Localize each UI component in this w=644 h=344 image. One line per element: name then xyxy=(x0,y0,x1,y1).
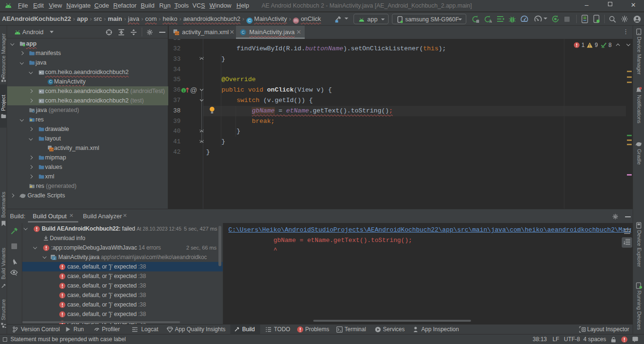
svg-text:<>: <> xyxy=(50,148,54,151)
svg-text:J: J xyxy=(54,257,55,260)
svg-text:<>: <> xyxy=(175,32,179,36)
svg-text:A: A xyxy=(490,19,492,23)
svg-text:C: C xyxy=(49,79,52,84)
svg-text:C: C xyxy=(242,30,245,35)
svg-text:1: 1 xyxy=(182,89,185,93)
